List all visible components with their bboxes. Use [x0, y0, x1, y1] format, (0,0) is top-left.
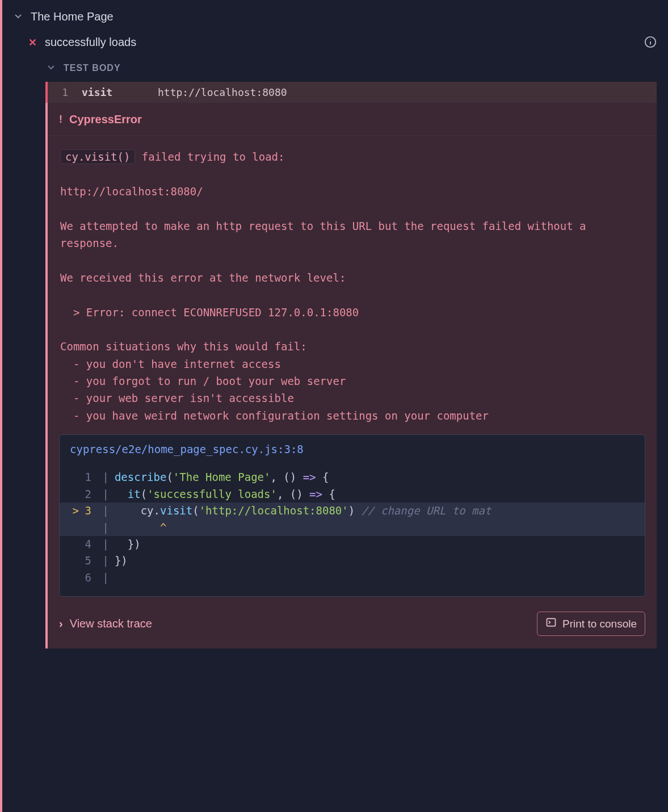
suite-header[interactable]: The Home Page	[2, 6, 668, 28]
print-label: Print to console	[562, 618, 637, 630]
code-file-path[interactable]: cypress/e2e/home_page_spec.cy.js:3:8	[60, 435, 645, 463]
error-panel: 1 visit http://localhost:8080 ! CypressE…	[45, 82, 657, 648]
info-icon[interactable]	[644, 36, 657, 51]
code-line: > 3 | cy.visit('http://localhost:8080') …	[60, 503, 645, 519]
code-chip: cy.visit()	[60, 149, 135, 164]
error-block: ! CypressError cy.visit() failed trying …	[48, 103, 657, 648]
error-message: cy.visit() failed trying to load: http:/…	[48, 136, 657, 434]
exclamation-icon: !	[59, 114, 62, 125]
command-index: 1	[57, 86, 68, 98]
runner-panel: The Home Page ✕ successfully loads TEST …	[0, 0, 668, 812]
stack-label: View stack trace	[70, 617, 152, 630]
print-to-console-button[interactable]: Print to console	[537, 612, 645, 636]
command-row[interactable]: 1 visit http://localhost:8080	[45, 82, 657, 103]
fail-icon: ✕	[28, 36, 37, 49]
test-body-label: TEST BODY	[64, 63, 121, 73]
suite-title: The Home Page	[31, 10, 114, 23]
test-title: successfully loads	[45, 36, 136, 49]
code-line: 4 | })	[60, 536, 645, 553]
code-line: 6 |	[60, 570, 645, 586]
console-icon	[545, 617, 557, 631]
command-name: visit	[82, 86, 144, 98]
chevron-right-icon: ›	[59, 617, 63, 630]
code-line: 2 | it('successfully loads', () => {	[60, 486, 645, 503]
code-listing: 1 |describe('The Home Page', () => { 2 |…	[60, 463, 645, 596]
chevron-down-icon	[47, 62, 56, 74]
view-stack-trace-button[interactable]: › View stack trace	[59, 617, 152, 630]
svg-rect-3	[547, 619, 556, 626]
error-footer: › View stack trace Print to console	[48, 597, 657, 648]
error-header: ! CypressError	[48, 103, 657, 136]
code-line: 1 |describe('The Home Page', () => {	[60, 469, 645, 485]
test-header[interactable]: ✕ successfully loads	[2, 28, 668, 57]
error-title: CypressError	[69, 113, 142, 126]
command-arg: http://localhost:8080	[158, 86, 287, 98]
code-caret-line: | ^	[60, 520, 645, 536]
chevron-down-icon	[14, 10, 23, 23]
code-line: 5 |})	[60, 553, 645, 569]
test-body-toggle[interactable]: TEST BODY	[2, 57, 668, 82]
code-frame: cypress/e2e/home_page_spec.cy.js:3:8 1 |…	[59, 434, 645, 597]
